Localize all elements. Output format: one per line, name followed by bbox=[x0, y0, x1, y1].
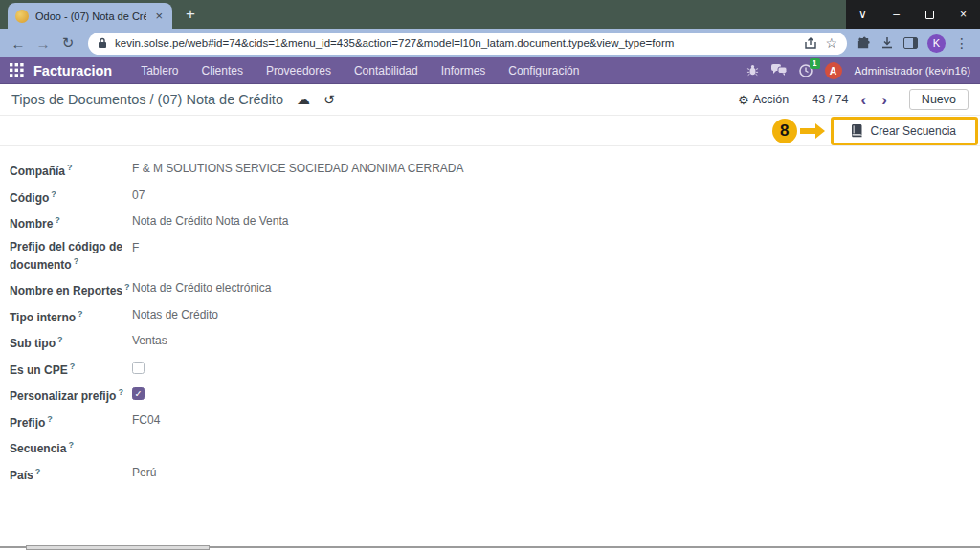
download-icon[interactable] bbox=[880, 36, 894, 50]
form-field-row: País?Perú bbox=[10, 465, 970, 483]
new-record-button[interactable]: Nuevo bbox=[909, 89, 969, 110]
create-sequence-button[interactable]: Crear Secuencia bbox=[834, 120, 975, 143]
pager-next-icon[interactable]: › bbox=[879, 92, 890, 108]
odoo-navbar: Facturacion TableroClientesProveedoresCo… bbox=[0, 57, 980, 84]
window-maximize-button[interactable] bbox=[913, 0, 947, 29]
help-marker: ? bbox=[118, 387, 123, 397]
bookmark-star-icon[interactable]: ☆ bbox=[825, 35, 837, 51]
book-icon bbox=[849, 124, 863, 138]
form-field-row: Secuencia? bbox=[10, 438, 970, 456]
tab-title: Odoo - (07) Nota de Crédito bbox=[35, 11, 146, 22]
field-value[interactable]: Nota de Crédito Nota de Venta bbox=[132, 213, 288, 231]
help-marker: ? bbox=[57, 335, 63, 344]
navbar-menu-item[interactable]: Contabilidad bbox=[345, 59, 428, 82]
field-label: Prefijo? bbox=[10, 412, 132, 430]
form-button-bar: 8 Crear Secuencia bbox=[0, 116, 980, 146]
control-panel: Tipos de Documentos / (07) Nota de Crédi… bbox=[0, 84, 980, 116]
checkbox-checked[interactable]: ✓ bbox=[132, 387, 145, 400]
form-field-row: Sub tipo?Ventas bbox=[10, 333, 970, 351]
help-marker: ? bbox=[124, 282, 130, 292]
action-menu-button[interactable]: ⚙ Acción bbox=[738, 93, 789, 107]
document-type-form: Compañía?F & M SOLUTIONS SERVICE SOCIEDA… bbox=[0, 146, 980, 483]
field-value[interactable]: Nota de Crédito electrónica bbox=[132, 280, 271, 298]
window-close-button[interactable]: × bbox=[947, 0, 980, 29]
field-label: Tipo interno? bbox=[10, 307, 132, 325]
window-chevron-button[interactable]: ∨ bbox=[846, 0, 880, 29]
field-value[interactable]: Perú bbox=[132, 465, 156, 483]
messages-chat-icon[interactable] bbox=[771, 64, 787, 77]
field-label: Sub tipo? bbox=[10, 333, 132, 351]
field-label: Código? bbox=[10, 187, 132, 206]
form-field-row: Personalizar prefijo?✓ bbox=[10, 385, 970, 404]
field-label: País? bbox=[10, 465, 132, 483]
user-name[interactable]: Administrador (kevin16) bbox=[855, 65, 970, 77]
navbar-menu-item[interactable]: Proveedores bbox=[256, 59, 341, 82]
share-icon[interactable] bbox=[804, 37, 817, 50]
step-annotation: 8 bbox=[772, 119, 825, 143]
navbar-menu: TableroClientesProveedoresContabilidadIn… bbox=[131, 59, 589, 82]
activities-clock-icon[interactable]: 1 bbox=[799, 64, 813, 77]
navbar-right: 1 A Administrador (kevin16) bbox=[746, 62, 970, 79]
navbar-menu-item[interactable]: Clientes bbox=[192, 59, 253, 82]
window-controls: ∨ – × bbox=[846, 0, 980, 29]
help-marker: ? bbox=[47, 414, 53, 424]
window-minimize-button[interactable]: – bbox=[880, 0, 913, 29]
maximize-icon bbox=[925, 11, 934, 19]
debug-bug-icon[interactable] bbox=[746, 64, 759, 77]
browser-titlebar: Odoo - (07) Nota de Crédito × + ∨ – × bbox=[0, 0, 980, 29]
field-label: Personalizar prefijo? bbox=[10, 385, 132, 404]
form-field-row: Compañía?F & M SOLUTIONS SERVICE SOCIEDA… bbox=[10, 161, 970, 179]
reload-icon[interactable]: ↻ bbox=[57, 34, 78, 52]
field-label: Secuencia? bbox=[10, 438, 132, 456]
chrome-profile-avatar[interactable]: K bbox=[927, 34, 946, 53]
browser-toolbar: ← → ↻ kevin.solse.pe/web#id=74&cids=1&me… bbox=[0, 29, 980, 57]
taskbar-edge-segment bbox=[26, 545, 210, 550]
field-value[interactable]: Ventas bbox=[132, 333, 167, 351]
form-field-row: Prefijo?FC04 bbox=[10, 412, 970, 430]
field-value[interactable]: F & M SOLUTIONS SERVICE SOCIEDAD ANONIMA… bbox=[132, 161, 464, 179]
navbar-menu-item[interactable]: Tablero bbox=[131, 59, 188, 82]
activity-badge: 1 bbox=[810, 58, 820, 69]
url-text: kevin.solse.pe/web#id=74&cids=1&menu_id=… bbox=[115, 37, 796, 49]
help-marker: ? bbox=[78, 309, 83, 319]
help-marker: ? bbox=[55, 215, 60, 225]
field-value[interactable]: F bbox=[132, 240, 139, 273]
checkbox-unchecked[interactable] bbox=[132, 362, 145, 374]
field-label: Nombre? bbox=[10, 213, 132, 231]
odoo-favicon-icon bbox=[15, 10, 29, 23]
lock-icon bbox=[98, 37, 107, 49]
breadcrumb[interactable]: Tipos de Documentos / (07) Nota de Crédi… bbox=[11, 92, 283, 107]
field-label: Prefijo del código de documento? bbox=[10, 240, 132, 273]
field-checkbox-wrap: ✓ bbox=[132, 385, 145, 404]
discard-undo-icon[interactable]: ↺ bbox=[323, 92, 335, 107]
help-marker: ? bbox=[67, 163, 73, 172]
url-bar[interactable]: kevin.solse.pe/web#id=74&cids=1&menu_id=… bbox=[88, 33, 847, 55]
side-panel-icon[interactable] bbox=[903, 37, 918, 49]
field-value[interactable]: FC04 bbox=[132, 412, 160, 430]
field-value[interactable]: Notas de Crédito bbox=[132, 307, 218, 325]
extensions-puzzle-icon[interactable] bbox=[857, 36, 871, 51]
app-name[interactable]: Facturacion bbox=[33, 63, 112, 78]
browser-tab[interactable]: Odoo - (07) Nota de Crédito × bbox=[8, 3, 172, 29]
form-field-row: Código?07 bbox=[10, 187, 970, 206]
navbar-menu-item[interactable]: Informes bbox=[432, 59, 496, 82]
browser-menu-icon[interactable]: ⋮ bbox=[955, 35, 969, 51]
save-cloud-icon[interactable]: ☁ bbox=[297, 92, 310, 107]
navbar-menu-item[interactable]: Configuración bbox=[499, 59, 589, 82]
annotation-number: 8 bbox=[772, 119, 797, 143]
back-icon[interactable]: ← bbox=[8, 35, 29, 52]
field-value[interactable]: 07 bbox=[132, 187, 145, 206]
forward-icon[interactable]: → bbox=[33, 35, 54, 52]
field-label: Nombre en Reportes? bbox=[10, 280, 132, 298]
form-field-row: Es un CPE? bbox=[10, 360, 970, 378]
form-field-row: Nombre?Nota de Crédito Nota de Venta bbox=[10, 213, 970, 231]
apps-grid-icon[interactable] bbox=[10, 63, 24, 77]
new-tab-button[interactable]: + bbox=[186, 5, 195, 24]
user-avatar[interactable]: A bbox=[825, 62, 842, 79]
form-fields: Compañía?F & M SOLUTIONS SERVICE SOCIEDA… bbox=[10, 161, 970, 483]
pager-previous-icon[interactable]: ‹ bbox=[858, 92, 870, 108]
form-field-row: Prefijo del código de documento?F bbox=[10, 240, 970, 273]
field-label: Es un CPE? bbox=[10, 360, 132, 378]
tab-close-icon[interactable]: × bbox=[153, 9, 165, 23]
form-field-row: Nombre en Reportes?Nota de Crédito elect… bbox=[10, 280, 970, 298]
